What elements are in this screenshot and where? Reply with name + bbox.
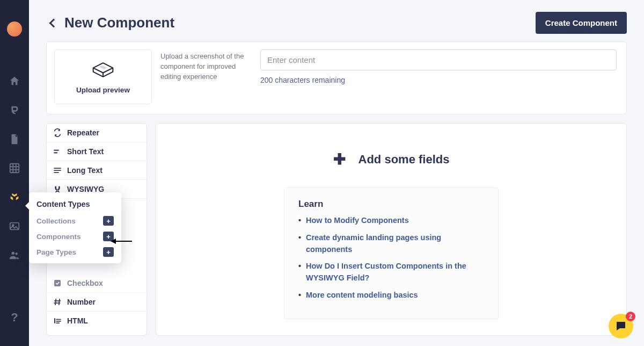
add-fields-prompt: ✚ Add some fields: [333, 150, 450, 168]
svg-rect-13: [54, 172, 58, 173]
blog-icon[interactable]: [9, 104, 20, 116]
page-header: New Component Create Component: [43, 0, 630, 40]
html-icon: [53, 316, 62, 325]
upload-preview-button[interactable]: Upload preview: [54, 49, 152, 104]
svg-rect-20: [56, 319, 61, 320]
learn-link[interactable]: Create dynamic landing pages using compo…: [298, 232, 485, 256]
svg-line-16: [59, 299, 60, 305]
annotation-arrow-icon: [111, 237, 132, 245]
svg-rect-10: [54, 152, 57, 153]
avatar[interactable]: [7, 21, 22, 37]
svg-rect-9: [54, 150, 58, 151]
repeater-icon: [53, 128, 62, 137]
upload-description: Upload a screenshot of the component for…: [160, 49, 252, 104]
popover-page-types[interactable]: Page Types: [36, 248, 76, 256]
field-repeater[interactable]: Repeater: [47, 124, 147, 142]
field-checkbox[interactable]: Checkbox: [47, 274, 147, 293]
svg-rect-21: [56, 321, 61, 322]
learn-link[interactable]: How to Modify Components: [298, 215, 485, 227]
users-icon[interactable]: [9, 249, 20, 261]
learn-box: Learn How to Modify Components Create dy…: [284, 188, 499, 319]
learn-title: Learn: [298, 199, 485, 210]
field-html[interactable]: HTML: [47, 312, 147, 330]
home-icon[interactable]: [9, 75, 20, 87]
field-label: Repeater: [67, 128, 99, 137]
svg-rect-19: [54, 318, 55, 323]
svg-marker-24: [111, 239, 116, 244]
learn-link[interactable]: How Do I Insert Custom Components in the…: [298, 261, 485, 284]
add-collection-button[interactable]: +: [103, 216, 114, 226]
pages-icon[interactable]: [9, 133, 20, 145]
field-long-text[interactable]: Long Text: [47, 161, 147, 180]
popover-components[interactable]: Components: [36, 233, 81, 241]
main-area: ✚ Add some fields Learn How to Modify Co…: [156, 123, 627, 336]
main-sidebar: ?: [0, 0, 29, 346]
svg-point-8: [15, 253, 18, 255]
chat-badge: 2: [626, 312, 635, 321]
learn-link[interactable]: More content modeling basics: [298, 290, 485, 301]
field-label: HTML: [67, 316, 88, 325]
svg-rect-22: [56, 322, 60, 323]
number-icon: [53, 298, 62, 306]
create-component-button[interactable]: Create Component: [536, 12, 627, 34]
field-number[interactable]: Number: [47, 293, 147, 312]
svg-rect-14: [54, 280, 61, 286]
upload-card: Upload preview Upload a screenshot of th…: [46, 41, 627, 114]
svg-point-7: [12, 252, 15, 255]
content-input[interactable]: [260, 49, 617, 70]
svg-line-15: [55, 299, 56, 305]
svg-rect-11: [54, 168, 61, 169]
popover-collections[interactable]: Collections: [36, 217, 76, 225]
back-chevron-icon[interactable]: [49, 18, 58, 27]
field-label: Checkbox: [67, 279, 103, 287]
help-icon[interactable]: ?: [11, 311, 18, 325]
field-label: Number: [67, 298, 96, 306]
add-page-type-button[interactable]: +: [103, 247, 114, 257]
field-label: Long Text: [67, 166, 103, 175]
media-icon[interactable]: [9, 220, 20, 232]
chat-launcher-button[interactable]: 2: [609, 314, 633, 338]
svg-rect-0: [10, 164, 19, 173]
upload-preview-label: Upload preview: [76, 86, 130, 94]
add-fields-text: Add some fields: [358, 153, 450, 167]
grid-icon[interactable]: [9, 162, 20, 174]
short-text-icon: [53, 147, 62, 156]
svg-rect-12: [54, 170, 61, 171]
plus-icon: ✚: [333, 150, 346, 168]
checkbox-icon: [53, 279, 62, 287]
field-label: Short Text: [67, 147, 104, 156]
content-types-popover: Content Types Collections + Components +…: [29, 192, 121, 263]
content-types-icon[interactable]: [9, 191, 20, 203]
field-short-text[interactable]: Short Text: [47, 142, 147, 161]
char-count: 200 characters remaining: [260, 76, 617, 84]
popover-title: Content Types: [36, 200, 114, 208]
long-text-icon: [53, 166, 62, 175]
page-title: New Component: [64, 15, 174, 31]
